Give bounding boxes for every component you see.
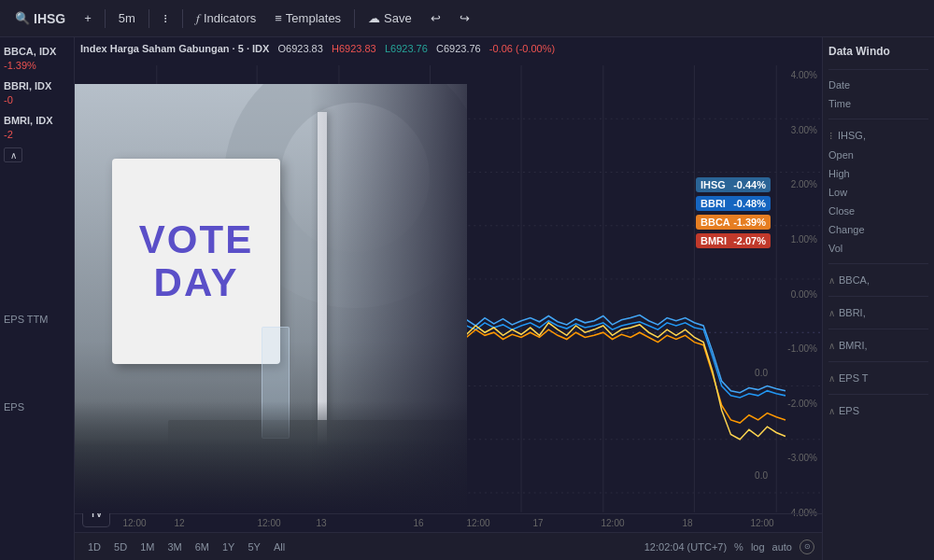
eps-ttm-label: EPS TTM <box>4 314 70 325</box>
divider-1 <box>105 9 106 28</box>
pct-neg1: -1.00% <box>787 343 817 354</box>
x-label-12: 12 <box>174 518 184 528</box>
panel-high: High <box>828 166 928 181</box>
cloud-icon: ☁ <box>368 11 380 25</box>
undo-icon: ↩ <box>431 11 441 25</box>
time-6m[interactable]: 6M <box>190 539 215 554</box>
panel-low: Low <box>828 185 928 200</box>
undo-button[interactable]: ↩ <box>423 7 448 29</box>
badge-bbri-label: BBRI <box>700 198 726 209</box>
add-comparison-button[interactable]: + <box>77 7 99 29</box>
templates-icon: ≡ <box>275 11 282 25</box>
badge-bbri-value: -0.48% <box>733 198 766 209</box>
pct-0: 0.00% <box>787 289 817 300</box>
chart-high: H6923.83 <box>332 43 376 54</box>
panel-eps-t-section[interactable]: ∧ EPS T <box>828 370 928 386</box>
collapse-icon-bbca: ∧ <box>828 275 835 286</box>
symbol-label: IHSG <box>34 11 65 26</box>
indicators-label: Indicators <box>204 11 256 25</box>
timestamp: 12:02:04 (UTC+7) <box>644 541 727 553</box>
bmri-change: -2 <box>4 128 70 142</box>
clock-icon[interactable]: ⊙ <box>800 539 814 554</box>
panel-divider-4 <box>828 296 928 297</box>
chart-close: C6923.76 <box>436 43 481 54</box>
bmri-section-label: BMRI, <box>839 340 868 351</box>
time-1d[interactable]: 1D <box>82 539 106 554</box>
panel-title: Data Windo <box>828 45 928 58</box>
templates-button[interactable]: ≡ Templates <box>267 7 348 29</box>
x-label-1200-3: 12:00 <box>466 518 489 528</box>
chart-title: Index Harga Saham Gabungan · 5 · IDX O69… <box>80 43 555 54</box>
badge-bmri-value: -2.07% <box>733 235 766 246</box>
label-bbca: BBCA, IDX -1.39% <box>4 43 70 76</box>
timeframe-label: 5m <box>119 11 135 25</box>
time-1m[interactable]: 1M <box>134 539 160 554</box>
main-container: BBCA, IDX -1.39% BBRI, IDX -0 BMRI, IDX … <box>0 37 934 560</box>
redo-button[interactable]: ↪ <box>452 7 477 29</box>
badge-ihsg-value: -0.44% <box>733 179 766 190</box>
bbri-section-label: BBRI, <box>839 307 866 318</box>
badge-bmri: BMRI -2.07% <box>696 233 771 248</box>
collapse-icon-bmri: ∧ <box>828 341 835 351</box>
vote-image-inner: VOTE DAY <box>75 84 467 513</box>
search-icon-item[interactable]: 🔍 IHSG <box>7 7 73 30</box>
x-label-1200-1: 12:00 <box>122 518 146 528</box>
panel-change: Change <box>828 222 928 237</box>
save-button[interactable]: ☁ Save <box>361 7 419 29</box>
collapse-button[interactable]: ∧ <box>4 147 22 162</box>
time-5y[interactable]: 5Y <box>242 539 265 554</box>
pct-neg2: -2.00% <box>787 399 817 409</box>
badge-ihsg: IHSG -0.44% <box>696 177 771 192</box>
pct-labels: 4.00% 3.00% 2.00% 1.00% 0.00% -1.00% -2.… <box>787 70 817 518</box>
indicators-button[interactable]: 𝑓 Indicators <box>189 7 263 30</box>
collapse-icon-eps-t: ∧ <box>828 373 835 384</box>
bbca-section-label: BBCA, <box>839 274 870 286</box>
x-label-1200-2: 12:00 <box>257 518 280 528</box>
panel-bbri-section[interactable]: ∧ BBRI, <box>828 304 928 321</box>
panel-ihsg-section[interactable]: ⫶ IHSG, <box>828 127 928 144</box>
save-label: Save <box>384 11 412 25</box>
x-label-1200-4: 12:00 <box>601 518 624 528</box>
eps-ttm-zero: 0.0 <box>755 368 768 378</box>
toolbar: 🔍 IHSG + 5m ⫶ 𝑓 Indicators ≡ Templates ☁… <box>0 0 934 37</box>
bmri-ticker: BMRI, IDX <box>4 114 70 128</box>
time-range-bar: 1D 5D 1M 3M 6M 1Y 5Y All 12:02:04 (UTC+7… <box>75 532 822 560</box>
panel-time: Time <box>828 96 928 111</box>
bottom-fade <box>75 439 467 513</box>
label-bmri: BMRI, IDX -2 <box>4 112 70 145</box>
eps-section-label: EPS <box>839 405 859 416</box>
x-label-18: 18 <box>682 518 692 528</box>
panel-divider-1 <box>828 69 928 70</box>
panel-bbca-section[interactable]: ∧ BBCA, <box>828 272 928 288</box>
bbca-change: -1.39% <box>4 59 70 73</box>
left-labels-panel: BBCA, IDX -1.39% BBRI, IDX -0 BMRI, IDX … <box>0 37 75 560</box>
redo-icon: ↪ <box>460 11 470 25</box>
panel-eps-section[interactable]: ∧ EPS <box>828 402 928 419</box>
log-toggle[interactable]: log <box>751 541 765 553</box>
chart-area[interactable]: Index Harga Saham Gabungan · 5 · IDX O69… <box>75 37 822 560</box>
time-1y[interactable]: 1Y <box>217 539 240 554</box>
auto-toggle[interactable]: auto <box>772 541 792 553</box>
eps-zero: 0.0 <box>755 470 768 481</box>
panel-divider-7 <box>828 394 928 395</box>
label-bbri: BBRI, IDX -0 <box>4 77 70 110</box>
pct-2: 2.00% <box>787 179 817 189</box>
panel-divider-5 <box>828 329 928 329</box>
time-all[interactable]: All <box>268 539 290 554</box>
badge-bbca-label: BBCA <box>700 217 730 228</box>
chart-symbol: Index Harga Saham Gabungan · 5 · IDX <box>80 43 269 54</box>
indicators-icon: 𝑓 <box>196 11 200 26</box>
time-5d[interactable]: 5D <box>108 539 133 554</box>
time-3m[interactable]: 3M <box>162 539 187 554</box>
chart-change: -0.06 (-0.00%) <box>489 43 555 54</box>
collapse-icon-eps: ∧ <box>828 406 835 416</box>
panel-date: Date <box>828 77 928 92</box>
panel-bmri-section[interactable]: ∧ BMRI, <box>828 337 928 354</box>
pct-4: 4.00% <box>787 70 817 80</box>
pct-toggle[interactable]: % <box>734 541 743 553</box>
pct-neg3: -3.00% <box>787 453 817 463</box>
timeframe-button[interactable]: 5m <box>111 7 143 29</box>
vote-day-image: VOTE DAY <box>75 84 467 513</box>
compare-button[interactable]: ⫶ <box>155 7 177 29</box>
x-label-16: 16 <box>413 518 423 528</box>
